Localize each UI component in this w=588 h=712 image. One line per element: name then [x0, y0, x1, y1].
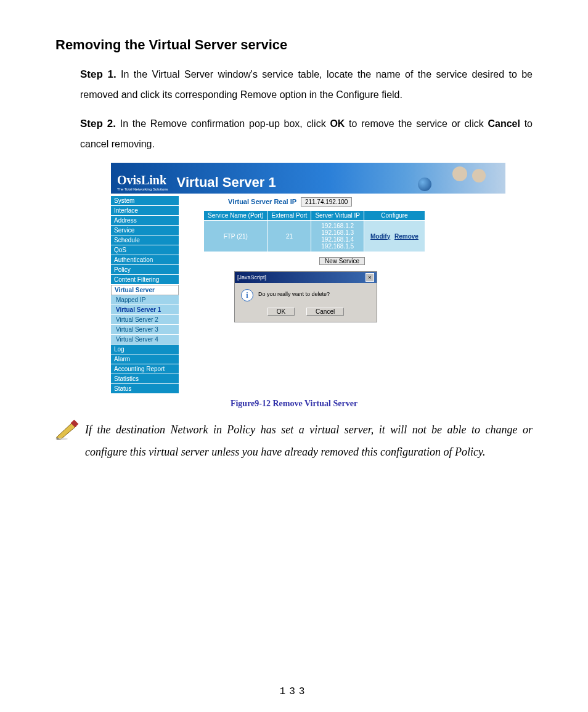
step-1: Step 1. In the Virtual Server window's s…: [80, 64, 533, 105]
dialog-message: Do you really want to delete?: [258, 289, 330, 297]
sidebar-item-service[interactable]: Service: [111, 226, 179, 235]
dialog-cancel-button[interactable]: Cancel: [306, 308, 344, 316]
sidebar-item-schedule[interactable]: Schedule: [111, 235, 179, 245]
services-table: Service Name (Port) External Port Server…: [203, 210, 425, 252]
sidebar-item-virtual-server-4[interactable]: Virtual Server 4: [111, 335, 179, 345]
sidebar-item-mapped-ip[interactable]: Mapped IP: [111, 295, 179, 305]
step-2-label: Step 2.: [80, 118, 116, 129]
svg-point-3: [55, 438, 68, 440]
new-service-button[interactable]: New Service: [319, 257, 365, 265]
vip-2: 192.168.1.4: [316, 236, 359, 243]
banner-decorative-people: [450, 165, 499, 191]
brand-logo: OvisLink: [117, 173, 166, 187]
globe-icon: [418, 178, 431, 191]
cell-ext-port: 21: [267, 221, 311, 252]
sidebar-item-policy[interactable]: Policy: [111, 265, 179, 275]
sidebar-item-virtual-server-3[interactable]: Virtual Server 3: [111, 325, 179, 335]
dialog-title-text: [JavaScript]: [237, 274, 266, 280]
cell-configure: Modify Remove: [364, 221, 425, 252]
app-banner: OvisLink The Total Networking Solutions …: [111, 163, 505, 194]
figure-caption: Figure9-12 Remove Virtual Server: [55, 399, 533, 409]
step-2-cancel: Cancel: [488, 118, 520, 129]
vip-0: 192.168.1.2: [316, 223, 359, 229]
cell-service: FTP (21): [204, 221, 268, 252]
sidebar-item-content-filtering[interactable]: Content Filtering: [111, 275, 179, 285]
confirm-dialog: [JavaScript] × i Do you really want to d…: [234, 271, 377, 322]
step-2-text-b: to remove the service or click: [345, 118, 488, 129]
col-server-virtual-ip: Server Virtual IP: [311, 211, 364, 221]
col-external-port: External Port: [267, 211, 311, 221]
real-ip-label: Virtual Server Real IP: [228, 198, 296, 205]
sidebar-item-status[interactable]: Status: [111, 384, 179, 394]
cell-virtual-ips: 192.168.1.2 192.168.1.3 192.168.1.4 192.…: [311, 221, 364, 252]
col-service-name: Service Name (Port): [204, 211, 268, 221]
banner-title: Virtual Server 1: [177, 174, 276, 191]
sidebar-item-virtual-server-1[interactable]: Virtual Server 1: [111, 305, 179, 315]
step-2: Step 2. In the Remove confirmation pop-u…: [80, 113, 533, 154]
sidebar-item-alarm[interactable]: Alarm: [111, 354, 179, 364]
brand-tagline: The Total Networking Solutions: [117, 187, 168, 191]
remove-link[interactable]: Remove: [394, 233, 419, 240]
dialog-close-button[interactable]: ×: [365, 273, 374, 282]
sidebar-item-statistics[interactable]: Statistics: [111, 374, 179, 384]
sidebar-item-system[interactable]: System: [111, 196, 179, 206]
sidebar-item-authentication[interactable]: Authentication: [111, 255, 179, 265]
sidebar-item-interface[interactable]: Interface: [111, 206, 179, 216]
sidebar-item-address[interactable]: Address: [111, 216, 179, 226]
pencil-note-icon: [55, 419, 80, 441]
vip-1: 192.168.1.3: [316, 229, 359, 236]
table-row: FTP (21) 21 192.168.1.2 192.168.1.3 192.…: [204, 221, 425, 252]
col-configure: Configure: [364, 211, 425, 221]
section-heading: Removing the Virtual Server service: [55, 37, 533, 53]
sidebar-item-qos[interactable]: QoS: [111, 245, 179, 255]
info-icon: i: [241, 289, 253, 301]
sidebar-item-accounting-report[interactable]: Accounting Report: [111, 364, 179, 374]
sidebar-item-virtual-server-2[interactable]: Virtual Server 2: [111, 315, 179, 325]
sidebar-item-virtual-server[interactable]: Virtual Server: [111, 285, 179, 295]
sidebar-item-log[interactable]: Log: [111, 345, 179, 354]
vip-3: 192.168.1.5: [316, 243, 359, 250]
note-text: If the destination Network in Policy has…: [85, 419, 533, 463]
step-2-text-a: In the Remove confirmation pop-up box, c…: [120, 118, 330, 129]
real-ip-value: 211.74.192.100: [301, 197, 353, 207]
modify-link[interactable]: Modify: [370, 233, 390, 240]
step-1-text: In the Virtual Server window's service t…: [80, 69, 533, 100]
sidebar-nav: System Interface Address Service Schedul…: [111, 194, 179, 394]
dialog-ok-button[interactable]: OK: [267, 308, 295, 316]
figure-screenshot: OvisLink The Total Networking Solutions …: [111, 163, 505, 394]
real-ip-row: Virtual Server Real IP 211.74.192.100: [228, 197, 499, 207]
step-2-ok: OK: [330, 118, 345, 129]
step-1-label: Step 1.: [80, 68, 116, 80]
